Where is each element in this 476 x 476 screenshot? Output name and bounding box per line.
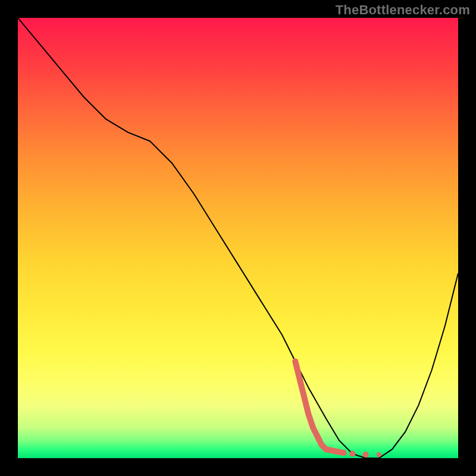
optimal-region-dot	[349, 451, 355, 457]
attribution-text: TheBottlenecker.com	[336, 2, 470, 18]
optimal-region-dot	[377, 452, 381, 457]
plot-area	[18, 18, 458, 458]
optimal-region-line	[295, 361, 326, 449]
optimal-region-dot	[363, 452, 369, 458]
chart-frame: TheBottlenecker.com	[0, 0, 476, 476]
bottleneck-curve	[18, 18, 458, 458]
chart-overlay	[18, 18, 458, 458]
optimal-region-dot	[341, 450, 347, 456]
optimal-region-markers	[295, 361, 381, 458]
